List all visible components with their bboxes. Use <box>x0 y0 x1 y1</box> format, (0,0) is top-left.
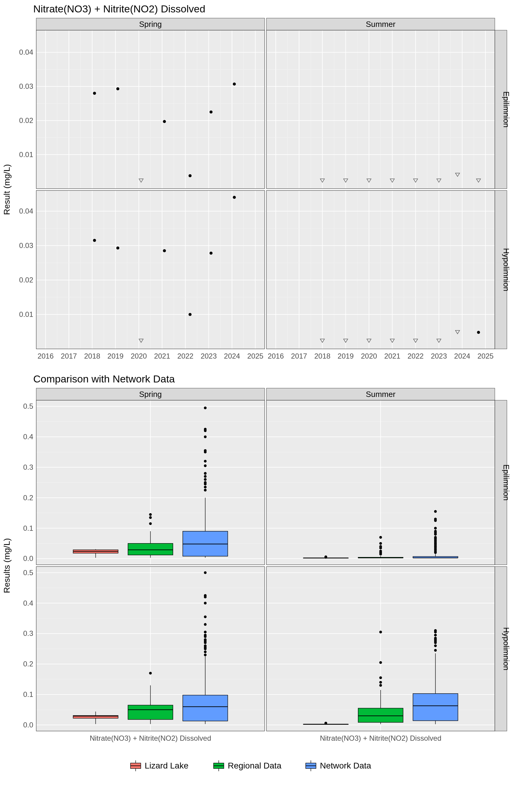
svg-point-37 <box>116 87 119 90</box>
svg-point-205 <box>204 472 207 475</box>
svg-text:2022: 2022 <box>407 352 423 360</box>
svg-point-39 <box>188 174 192 177</box>
svg-text:2020: 2020 <box>361 352 377 360</box>
svg-text:Regional Data: Regional Data <box>228 761 282 770</box>
svg-point-150 <box>477 331 480 334</box>
svg-point-271 <box>434 518 437 521</box>
svg-point-204 <box>204 475 207 478</box>
svg-text:2021: 2021 <box>384 352 400 360</box>
svg-text:2019: 2019 <box>107 352 124 360</box>
svg-text:2021: 2021 <box>154 352 170 360</box>
svg-point-269 <box>434 527 437 530</box>
svg-text:Summer: Summer <box>366 390 396 399</box>
svg-text:Hypolimnion: Hypolimnion <box>502 627 511 670</box>
svg-text:Summer: Summer <box>366 20 396 29</box>
svg-point-105 <box>188 313 192 316</box>
svg-point-343 <box>324 722 327 725</box>
svg-point-357 <box>434 649 437 652</box>
svg-point-352 <box>379 631 382 633</box>
svg-text:0.02: 0.02 <box>19 276 33 284</box>
svg-text:Lizard Lake: Lizard Lake <box>145 761 188 770</box>
svg-rect-190 <box>128 544 173 555</box>
svg-point-362 <box>434 637 437 640</box>
svg-point-310 <box>204 631 207 633</box>
svg-text:2017: 2017 <box>291 352 307 360</box>
svg-point-202 <box>204 481 207 484</box>
svg-text:0.04: 0.04 <box>19 48 33 56</box>
svg-text:Results (mg/L): Results (mg/L) <box>2 538 12 593</box>
svg-text:Spring: Spring <box>139 20 162 29</box>
svg-text:2017: 2017 <box>61 352 77 360</box>
svg-point-358 <box>434 644 437 647</box>
svg-point-210 <box>204 435 207 438</box>
svg-text:2019: 2019 <box>338 352 354 360</box>
svg-text:0.01: 0.01 <box>19 310 33 319</box>
svg-point-311 <box>204 623 207 626</box>
svg-point-272 <box>434 510 437 513</box>
svg-text:0.02: 0.02 <box>19 116 33 124</box>
svg-text:0.2: 0.2 <box>23 493 33 502</box>
svg-text:Result (mg/L): Result (mg/L) <box>2 164 12 215</box>
svg-rect-346 <box>358 708 403 722</box>
svg-text:0.03: 0.03 <box>19 241 33 249</box>
svg-text:2016: 2016 <box>268 352 284 360</box>
svg-text:Network Data: Network Data <box>320 761 371 770</box>
svg-point-312 <box>204 615 207 618</box>
svg-point-38 <box>163 120 166 123</box>
svg-point-301 <box>204 650 207 653</box>
svg-text:0.03: 0.03 <box>19 82 33 90</box>
svg-text:0.3: 0.3 <box>23 629 33 637</box>
svg-point-250 <box>379 536 382 539</box>
svg-text:2016: 2016 <box>38 352 54 360</box>
svg-point-194 <box>149 513 152 516</box>
svg-point-106 <box>209 252 213 255</box>
svg-text:0.5: 0.5 <box>23 402 33 410</box>
svg-text:0.4: 0.4 <box>23 599 33 607</box>
legend: Lizard LakeRegional DataNetwork Data <box>0 749 522 786</box>
svg-text:2022: 2022 <box>177 352 193 360</box>
svg-text:0.04: 0.04 <box>19 207 33 215</box>
svg-point-199 <box>204 489 207 491</box>
svg-text:0.2: 0.2 <box>23 660 33 668</box>
svg-text:Epilimnion: Epilimnion <box>502 91 511 127</box>
svg-text:Nitrate(NO3) + Nitrite(NO2) Di: Nitrate(NO3) + Nitrite(NO2) Dissolved <box>320 734 441 742</box>
box-facet-chart: SpringSummerEpilimnionHypolimnionResults… <box>0 387 522 749</box>
svg-text:2023: 2023 <box>201 352 217 360</box>
svg-point-300 <box>204 653 207 656</box>
svg-point-295 <box>149 672 152 674</box>
svg-text:Hypolimnion: Hypolimnion <box>502 248 511 291</box>
svg-point-192 <box>149 522 152 525</box>
svg-point-307 <box>204 638 207 641</box>
svg-text:0.01: 0.01 <box>19 150 33 159</box>
svg-text:0.1: 0.1 <box>23 690 33 698</box>
svg-point-239 <box>324 555 327 558</box>
svg-text:2024: 2024 <box>224 352 240 360</box>
svg-point-213 <box>204 407 207 409</box>
svg-text:2025: 2025 <box>247 352 263 360</box>
svg-point-268 <box>434 530 437 532</box>
svg-point-249 <box>379 542 382 545</box>
svg-point-351 <box>379 661 382 664</box>
svg-point-209 <box>204 449 207 452</box>
svg-text:2020: 2020 <box>131 352 147 360</box>
svg-text:0.4: 0.4 <box>23 432 33 441</box>
svg-point-365 <box>434 629 437 632</box>
svg-point-304 <box>204 644 207 647</box>
svg-point-350 <box>379 676 382 679</box>
svg-point-41 <box>233 82 236 85</box>
svg-text:0.5: 0.5 <box>23 569 33 577</box>
svg-point-203 <box>204 478 207 481</box>
svg-rect-298 <box>183 695 228 721</box>
svg-point-309 <box>204 634 207 636</box>
svg-point-315 <box>204 594 207 597</box>
svg-point-206 <box>204 464 207 467</box>
svg-rect-293 <box>128 705 173 719</box>
scatter-facet-chart: SpringSummerEpilimnionHypolimnionResult … <box>0 17 522 370</box>
scatter-title: Nitrate(NO3) + Nitrite(NO2) Dissolved <box>0 0 522 17</box>
svg-text:Epilimnion: Epilimnion <box>502 464 511 501</box>
svg-point-348 <box>379 684 382 687</box>
svg-point-103 <box>116 246 119 249</box>
svg-text:0.1: 0.1 <box>23 524 33 532</box>
svg-point-104 <box>163 249 166 252</box>
svg-point-313 <box>204 602 207 605</box>
